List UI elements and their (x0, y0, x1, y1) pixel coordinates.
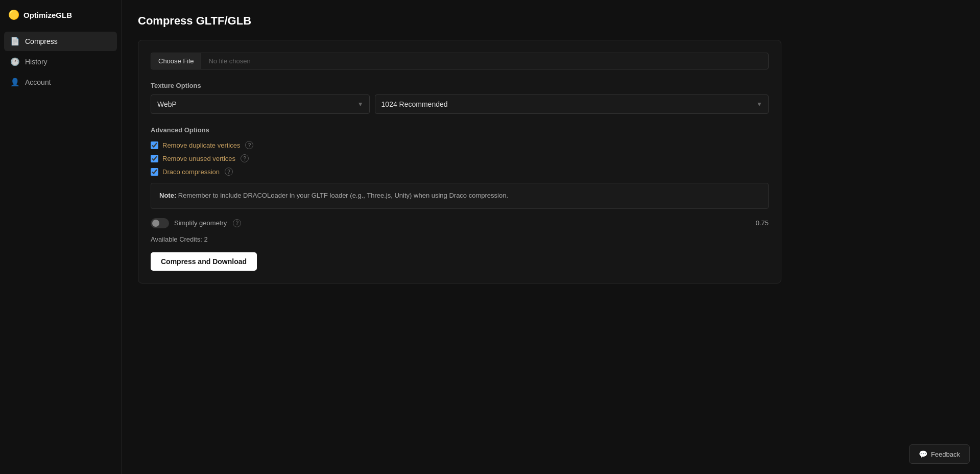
advanced-options-label: Advanced Options (151, 126, 769, 134)
checkbox-remove-duplicate[interactable] (151, 141, 158, 149)
feedback-button[interactable]: 💬 Feedback (909, 444, 970, 464)
texture-selects: WebP JPEG PNG ▼ 512 1024 Recommended 204… (151, 94, 769, 114)
account-icon: 👤 (10, 78, 20, 87)
credits-number: 2 (204, 235, 208, 243)
compress-download-button[interactable]: Compress and Download (151, 252, 257, 271)
sidebar: 🟡 OptimizeGLB 📄 Compress 🕐 History 👤 Acc… (0, 0, 122, 474)
format-select-wrapper: WebP JPEG PNG ▼ (151, 94, 370, 114)
compress-icon: 📄 (10, 37, 20, 46)
file-input-row: Choose File No file chosen (151, 53, 769, 69)
checkbox-label-draco[interactable]: Draco compression (162, 168, 220, 176)
simplify-value: 0.75 (756, 219, 769, 227)
checkbox-row-draco: Draco compression ? (151, 168, 769, 176)
page-title: Compress GLTF/GLB (138, 14, 964, 28)
simplify-toggle[interactable] (151, 218, 169, 228)
draco-note-box: Note: Remember to include DRACOLoader in… (151, 183, 769, 209)
sidebar-item-label-account: Account (25, 78, 51, 86)
toggle-slider (151, 218, 169, 228)
choose-file-button[interactable]: Choose File (151, 53, 201, 69)
resolution-select-wrapper: 512 1024 Recommended 2048 4096 ▼ (375, 94, 769, 114)
checkbox-draco[interactable] (151, 168, 158, 176)
help-icon-simplify[interactable]: ? (233, 219, 241, 227)
app-name: OptimizeGLB (23, 11, 72, 19)
texture-options-label: Texture Options (151, 82, 769, 89)
sidebar-item-account[interactable]: 👤 Account (4, 73, 117, 92)
simplify-label: Simplify geometry (174, 219, 227, 227)
sidebar-item-label-compress: Compress (25, 37, 58, 45)
history-icon: 🕐 (10, 57, 20, 66)
feedback-label: Feedback (931, 451, 960, 458)
main-content: Compress GLTF/GLB Choose File No file ch… (122, 0, 980, 474)
checkbox-label-duplicate[interactable]: Remove duplicate vertices (162, 141, 240, 149)
file-input-wrapper: Choose File No file chosen (151, 53, 769, 69)
credits-label: Available Credits: (151, 235, 202, 243)
checkbox-label-unused[interactable]: Remove unused vertices (162, 155, 235, 162)
format-select[interactable]: WebP JPEG PNG (151, 94, 370, 114)
checkbox-row-unused: Remove unused vertices ? (151, 154, 769, 162)
credits-row: Available Credits: 2 (151, 235, 769, 243)
help-icon-unused[interactable]: ? (241, 154, 249, 162)
note-title: Note: (159, 192, 176, 199)
feedback-icon: 💬 (919, 450, 927, 458)
sidebar-item-compress[interactable]: 📄 Compress (4, 32, 117, 51)
main-card: Choose File No file chosen Texture Optio… (138, 40, 781, 283)
help-icon-draco[interactable]: ? (225, 168, 233, 176)
file-no-chosen-label: No file chosen (201, 53, 257, 69)
checkbox-row-duplicate: Remove duplicate vertices ? (151, 141, 769, 149)
help-icon-duplicate[interactable]: ? (245, 141, 253, 149)
note-body: Remember to include DRACOLoader in your … (178, 192, 508, 199)
checkbox-remove-unused[interactable] (151, 155, 158, 162)
logo-icon: 🟡 (8, 9, 19, 20)
sidebar-item-history[interactable]: 🕐 History (4, 52, 117, 72)
app-logo: 🟡 OptimizeGLB (0, 0, 121, 30)
sidebar-nav: 📄 Compress 🕐 History 👤 Account (0, 30, 121, 94)
simplify-row: Simplify geometry ? 0.75 (151, 218, 769, 228)
sidebar-item-label-history: History (25, 58, 47, 66)
resolution-select[interactable]: 512 1024 Recommended 2048 4096 (375, 94, 769, 114)
